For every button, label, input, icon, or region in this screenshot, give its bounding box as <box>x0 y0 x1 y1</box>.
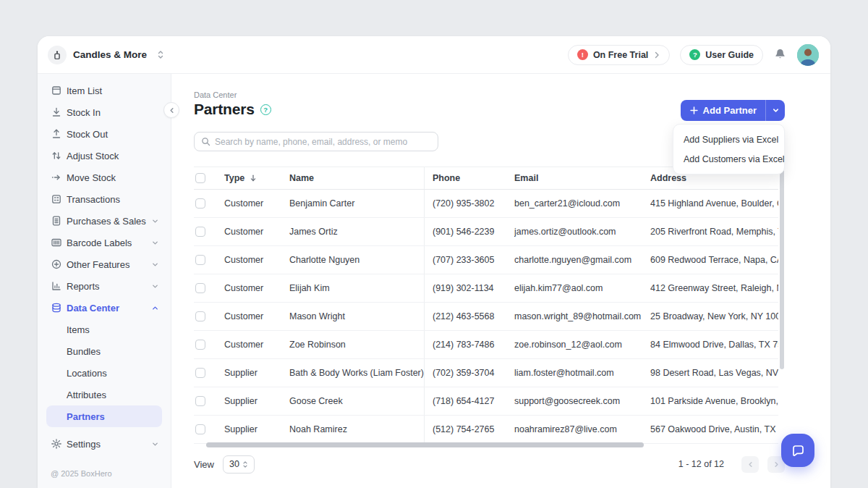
workspace-switcher-icon[interactable] <box>157 50 164 59</box>
sidebar-item-label: Purchases & Sales <box>67 216 146 227</box>
cell-name: Charlotte Nguyen <box>289 246 425 274</box>
sidebar-item-partners[interactable]: Partners <box>46 405 162 427</box>
chat-bubble-icon <box>791 443 806 458</box>
column-label: Address <box>650 173 686 183</box>
cell-address: 609 Redwood Terrace, Napa, CA 9455 <box>650 246 778 274</box>
row-checkbox[interactable] <box>195 340 205 350</box>
row-checkbox[interactable] <box>195 255 205 265</box>
cell-type: Customer <box>224 190 289 217</box>
sidebar-item-item-list[interactable]: Item List <box>46 80 162 101</box>
row-checkbox[interactable] <box>195 198 205 209</box>
help-circle-icon[interactable]: ? <box>260 104 271 115</box>
cell-address: 205 Riverfront Road, Memphis, TN 381 <box>650 218 778 245</box>
sidebar-item-data-center[interactable]: Data Center <box>46 297 162 319</box>
search-input[interactable] <box>215 137 431 147</box>
cell-type: Customer <box>224 331 289 358</box>
table-row: CustomerJames Ortiz(901) 546-2239james.o… <box>194 218 778 246</box>
cell-email: ben_carter21@icloud.com <box>514 190 650 217</box>
user-guide-button[interactable]: ? User Guide <box>680 45 763 65</box>
row-checkbox-cell <box>194 218 224 245</box>
cell-type: Customer <box>224 246 289 274</box>
menu-item-add-suppliers[interactable]: Add Suppliers via Excel <box>673 130 784 149</box>
row-checkbox[interactable] <box>195 227 205 237</box>
chat-support-button[interactable] <box>781 434 814 467</box>
plus-circle-icon <box>51 258 62 270</box>
row-checkbox[interactable] <box>195 396 205 406</box>
row-checkbox[interactable] <box>195 368 205 378</box>
notifications-bell-icon[interactable] <box>773 48 787 62</box>
chevron-down-icon <box>151 217 159 225</box>
row-checkbox[interactable] <box>195 283 205 293</box>
sidebar-item-reports[interactable]: Reports <box>46 275 162 297</box>
cell-phone: (214) 783-7486 <box>425 331 514 358</box>
column-header-type[interactable]: Type <box>224 167 289 189</box>
cell-phone: (901) 546-2239 <box>425 218 514 245</box>
sidebar-item-attributes[interactable]: Attributes <box>46 384 162 405</box>
column-label: Phone <box>433 173 460 183</box>
chevron-right-icon <box>653 51 660 59</box>
main-content: Data Center Partners ? Add Partner Add S… <box>171 74 830 488</box>
document-lines-icon <box>51 215 62 227</box>
add-partner-caret-button[interactable] <box>765 100 785 121</box>
table-row: SupplierNoah Ramirez(512) 754-2765noahra… <box>194 416 778 444</box>
cell-name: Benjamin Carter <box>289 190 425 217</box>
add-partner-label: Add Partner <box>703 105 757 116</box>
page-size-value: 30 <box>229 459 239 469</box>
add-partner-button[interactable]: Add Partner <box>681 100 785 121</box>
sidebar-item-move-stock[interactable]: Move Stock <box>46 167 162 188</box>
cell-address: 567 Oakwood Drive, Austin, TX 78701 <box>650 416 778 443</box>
sidebar-item-items[interactable]: Items <box>46 319 162 340</box>
app-window: Candles & More ! On Free Trial ? User Gu… <box>38 36 830 488</box>
sidebar-item-stock-out[interactable]: Stock Out <box>46 123 162 145</box>
menu-item-add-customers[interactable]: Add Customers via Excel <box>673 149 784 169</box>
chevron-down-icon <box>151 440 159 448</box>
arrows-up-down-icon <box>51 150 62 161</box>
sidebar-item-label: Item List <box>67 85 102 96</box>
sidebar-item-purchases-sales[interactable]: Purchases & Sales <box>46 210 162 232</box>
sidebar-item-settings[interactable]: Settings <box>46 433 162 455</box>
column-header-name[interactable]: Name <box>289 167 425 189</box>
row-checkbox[interactable] <box>195 424 205 434</box>
vertical-scrollbar[interactable] <box>780 168 784 369</box>
sidebar-item-bundles[interactable]: Bundles <box>46 340 162 362</box>
row-checkbox-cell <box>194 246 224 274</box>
prev-page-button[interactable] <box>741 456 759 473</box>
cell-name: Noah Ramirez <box>289 416 425 443</box>
table-body: CustomerBenjamin Carter(720) 935-3802ben… <box>194 190 778 444</box>
cell-phone: (718) 654-4127 <box>425 387 514 415</box>
sidebar-item-label: Stock In <box>67 107 101 118</box>
user-avatar[interactable] <box>797 44 819 66</box>
column-header-phone[interactable]: Phone <box>425 167 514 189</box>
cell-type: Customer <box>224 303 289 330</box>
column-header-email[interactable]: Email <box>514 167 650 189</box>
column-label: Type <box>224 173 244 183</box>
sort-desc-icon[interactable] <box>249 174 258 182</box>
sidebar-item-label: Attributes <box>67 390 106 400</box>
row-checkbox[interactable] <box>195 311 205 321</box>
trial-badge[interactable]: ! On Free Trial <box>568 45 670 65</box>
horizontal-scrollbar[interactable] <box>206 442 644 447</box>
sidebar-item-adjust-stock[interactable]: Adjust Stock <box>46 145 162 167</box>
page-size-select[interactable]: 30 <box>223 455 255 474</box>
sidebar-item-other-features[interactable]: Other Features <box>46 253 162 275</box>
workspace-name: Candles & More <box>73 49 147 60</box>
sidebar-item-locations[interactable]: Locations <box>46 362 162 384</box>
cell-email: support@goosecreek.com <box>514 387 650 415</box>
page-title: Partners <box>194 101 255 118</box>
clipboard-icon <box>51 85 62 96</box>
sidebar-item-transactions[interactable]: Transactions <box>46 188 162 210</box>
sidebar-item-label: Reports <box>67 281 100 292</box>
cell-name: Zoe Robinson <box>289 331 425 358</box>
sidebar-collapse-button[interactable] <box>163 102 179 118</box>
sidebar-item-barcode-labels[interactable]: Barcode Labels <box>46 232 162 253</box>
cell-phone: (707) 233-3605 <box>425 246 514 274</box>
select-all-checkbox[interactable] <box>195 173 205 183</box>
row-checkbox-cell <box>194 359 224 387</box>
cell-address: 25 Broadway, New York, NY 10004 <box>650 303 778 330</box>
column-label: Name <box>289 173 314 183</box>
chevron-down-icon <box>151 282 159 290</box>
cell-phone: (702) 359-3704 <box>425 359 514 387</box>
chevron-right-icon <box>773 460 780 468</box>
sidebar-item-stock-in[interactable]: Stock In <box>46 101 162 123</box>
sidebar: Item List Stock In Stock Out Adjust Stoc… <box>38 74 171 488</box>
